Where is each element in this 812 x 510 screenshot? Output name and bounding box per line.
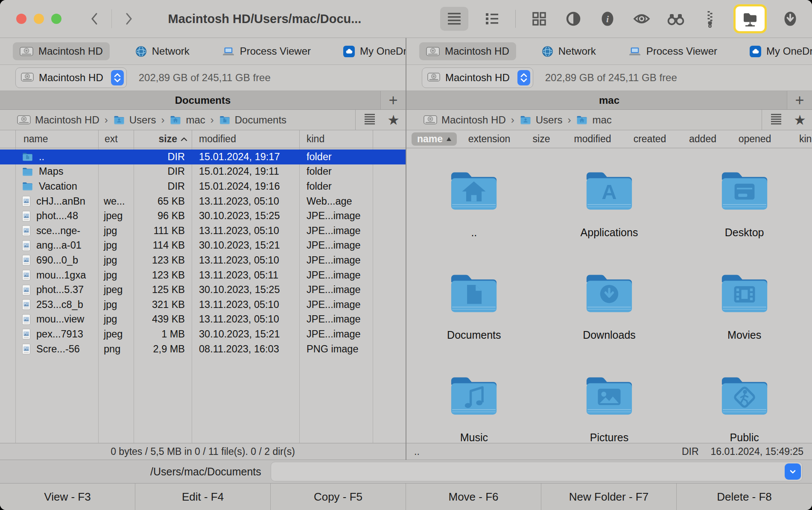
fn-button-move-f6[interactable]: Move - F6 <box>406 484 541 510</box>
column-header-size[interactable]: size <box>134 130 192 148</box>
downloads-icon[interactable] <box>780 8 801 29</box>
breadcrumb-item-macintosh-hd[interactable]: Macintosh HD <box>424 114 506 126</box>
list-view-icon[interactable] <box>440 7 468 31</box>
column-header-kind[interactable]: kind <box>299 130 373 148</box>
grid-item-documents[interactable]: Documents <box>406 250 542 353</box>
image-file-icon <box>22 284 31 296</box>
grid-item-pictures[interactable]: Pictures <box>542 353 677 443</box>
right-pane: Macintosh HDNetworkProcess ViewerMy OneD… <box>406 38 812 460</box>
network-share-icon[interactable] <box>733 4 767 33</box>
file-row[interactable]: 690...0_bjpg123 KB13.11.2023, 05:10JPE..… <box>0 253 406 268</box>
folder-row[interactable]: ..DIR15.01.2024, 19:17folder <box>0 149 406 164</box>
grid-item-music[interactable]: Music <box>406 353 542 443</box>
column-header-kind[interactable]: kind <box>799 133 812 145</box>
info-icon[interactable]: i <box>597 8 618 29</box>
left-drive-stepper[interactable] <box>111 70 124 85</box>
breadcrumb-label: Macintosh HD <box>441 114 506 126</box>
column-header-extension[interactable]: extension <box>468 133 510 145</box>
archive-zip-icon[interactable] <box>699 8 721 29</box>
file-modified: 13.11.2023, 05:10 <box>192 314 299 325</box>
right-drive-selector[interactable]: Macintosh HD <box>422 67 533 88</box>
fn-button-delete-f8[interactable]: Delete - F8 <box>677 484 812 510</box>
fn-button-new-folder-f7[interactable]: New Folder - F7 <box>541 484 677 510</box>
column-header-name[interactable]: name <box>15 130 98 148</box>
folder-row[interactable]: VacationDIR15.01.2024, 19:16folder <box>0 179 406 194</box>
column-header-modified[interactable]: modified <box>192 130 299 148</box>
left-drive-selector[interactable]: Macintosh HD <box>15 67 127 88</box>
tab-macintosh-hd[interactable]: Macintosh HD <box>419 42 516 60</box>
breadcrumb-item-documents[interactable]: Documents <box>219 114 286 126</box>
grid-item-movies[interactable]: Movies <box>677 250 812 353</box>
file-row[interactable]: 253...c8_bjpg321 KB13.11.2023, 05:10JPE.… <box>0 297 406 312</box>
right-breadcrumb: Macintosh HD›Users›mac ★ <box>406 110 812 130</box>
file-row[interactable]: mou...1gxajpg123 KB13.11.2023, 05:11JPE.… <box>0 268 406 283</box>
favorites-star-icon[interactable]: ★ <box>794 113 806 127</box>
folder-row[interactable]: MapsDIR15.01.2024, 19:11folder <box>0 164 406 179</box>
file-row[interactable]: cHJ...anBnwe...65 KB13.11.2023, 05:10Web… <box>0 194 406 209</box>
right-folder-tab[interactable]: mac + <box>406 91 812 110</box>
file-row[interactable]: mou...viewjpg439 KB13.11.2023, 05:10JPE.… <box>0 312 406 327</box>
folder-docs-icon <box>219 115 231 125</box>
image-file-icon <box>22 211 31 222</box>
fn-button-copy-f5[interactable]: Copy - F5 <box>271 484 406 510</box>
tab-label: Macintosh HD <box>445 45 509 57</box>
folder-download-icon <box>582 271 637 315</box>
left-folder-tab[interactable]: Documents + <box>0 91 406 110</box>
path-history-dropdown[interactable] <box>785 463 801 480</box>
column-header-created[interactable]: created <box>634 133 666 145</box>
column-header-ext[interactable]: ext <box>98 130 134 148</box>
file-row[interactable]: sce...nge-jpg111 KB13.11.2023, 05:10JPE.… <box>0 223 406 238</box>
tab-process-viewer[interactable]: Process Viewer <box>622 42 724 60</box>
file-ext: jpg <box>98 299 134 311</box>
breadcrumb-label: mac <box>592 114 611 126</box>
minimize-button[interactable] <box>34 14 44 24</box>
column-header-name[interactable]: name <box>412 132 457 146</box>
favorites-star-icon[interactable]: ★ <box>387 113 400 127</box>
grid-item-item[interactable]: .. <box>406 148 542 250</box>
column-header-size[interactable]: size <box>533 133 550 145</box>
file-row[interactable]: phot....48jpeg96 KB30.10.2023, 15:25JPE.… <box>0 208 406 223</box>
command-input[interactable] <box>271 462 803 481</box>
fn-button-edit-f4[interactable]: Edit - F4 <box>135 484 271 510</box>
tab-macintosh-hd[interactable]: Macintosh HD <box>13 42 110 60</box>
tab-my-onedrive[interactable]: My OneDrive <box>743 42 812 60</box>
column-header-modified[interactable]: modified <box>574 133 611 145</box>
detail-list-view-icon[interactable] <box>481 8 502 29</box>
breadcrumb-item-macintosh-hd[interactable]: Macintosh HD <box>17 114 99 126</box>
file-ext: jpeg <box>98 328 134 340</box>
breadcrumb-item-users[interactable]: Users <box>520 114 563 126</box>
image-file-icon <box>22 225 31 236</box>
file-row[interactable]: pex...7913jpeg1 MB30.10.2023, 15:21JPE..… <box>0 327 406 342</box>
forward-button[interactable] <box>122 9 136 28</box>
path-menu-icon[interactable] <box>770 112 783 128</box>
fn-button-view-f3[interactable]: View - F3 <box>0 484 135 510</box>
breadcrumb-item-mac[interactable]: mac <box>576 114 611 126</box>
path-menu-icon[interactable] <box>363 112 376 128</box>
left-new-tab-button[interactable]: + <box>380 91 406 109</box>
theme-toggle-icon[interactable] <box>563 8 584 29</box>
right-drive-stepper[interactable] <box>517 70 530 85</box>
grid-item-desktop[interactable]: Desktop <box>677 148 812 250</box>
column-header-opened[interactable]: opened <box>739 133 771 145</box>
grid-view-icon[interactable] <box>529 8 550 29</box>
file-row[interactable]: Scre...-56png2,9 MB08.11.2023, 16:03PNG … <box>0 342 406 357</box>
breadcrumb-item-users[interactable]: Users <box>113 114 156 126</box>
tab-network[interactable]: Network <box>129 42 196 60</box>
grid-item-downloads[interactable]: Downloads <box>542 250 677 353</box>
tab-process-viewer[interactable]: Process Viewer <box>215 42 318 60</box>
file-row[interactable]: phot...5.37jpeg125 KB30.10.2023, 15:25JP… <box>0 282 406 297</box>
right-drive-row: Macintosh HD 202,89 GB of 245,11 GB free <box>406 65 812 91</box>
quick-look-icon[interactable] <box>631 8 652 29</box>
breadcrumb-item-mac[interactable]: mac <box>169 114 205 126</box>
file-modified: 13.11.2023, 05:10 <box>192 196 299 207</box>
grid-item-applications[interactable]: AApplications <box>542 148 677 250</box>
zoom-button[interactable] <box>51 14 61 24</box>
tab-network[interactable]: Network <box>535 42 603 60</box>
column-header-added[interactable]: added <box>689 133 716 145</box>
search-binoculars-icon[interactable] <box>665 8 686 29</box>
close-button[interactable] <box>16 14 26 24</box>
grid-item-public[interactable]: Public <box>677 353 812 443</box>
back-button[interactable] <box>88 9 101 28</box>
file-row[interactable]: ang...a-01jpg114 KB30.10.2023, 15:21JPE.… <box>0 238 406 253</box>
right-new-tab-button[interactable]: + <box>787 91 812 109</box>
